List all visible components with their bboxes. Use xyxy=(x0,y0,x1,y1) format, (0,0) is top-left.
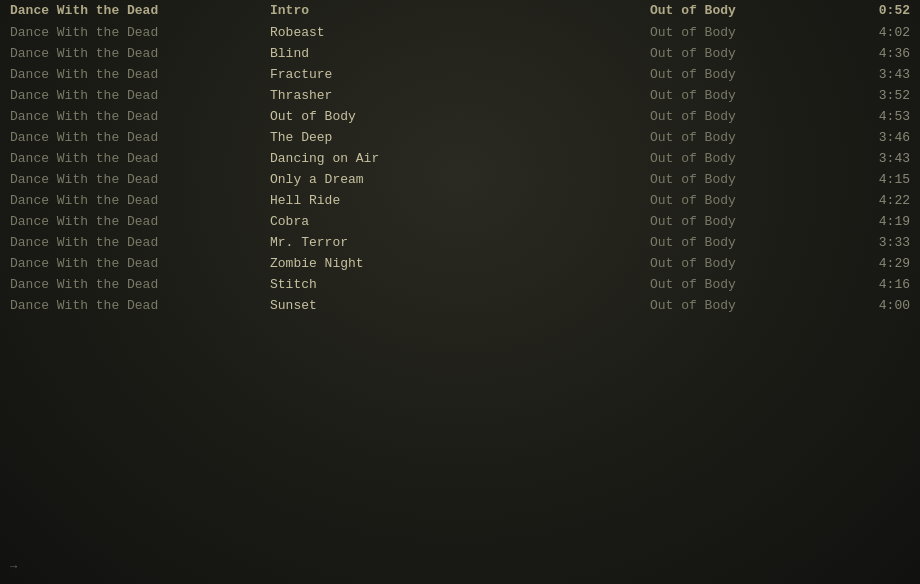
track-artist: Dance With the Dead xyxy=(10,235,210,250)
track-title: Fracture xyxy=(210,67,630,82)
table-row[interactable]: Dance With the DeadOnly a DreamOut of Bo… xyxy=(0,169,920,190)
table-row[interactable]: Dance With the DeadHell RideOut of Body4… xyxy=(0,190,920,211)
track-album: Out of Body xyxy=(630,298,850,313)
table-row[interactable]: Dance With the DeadMr. TerrorOut of Body… xyxy=(0,232,920,253)
track-album: Out of Body xyxy=(630,151,850,166)
track-album: Out of Body xyxy=(630,109,850,124)
track-title: Mr. Terror xyxy=(210,235,630,250)
track-artist: Dance With the Dead xyxy=(10,151,210,166)
table-row[interactable]: Dance With the DeadThrasherOut of Body3:… xyxy=(0,85,920,106)
track-title: Stitch xyxy=(210,277,630,292)
track-artist: Dance With the Dead xyxy=(10,25,210,40)
track-title: Hell Ride xyxy=(210,193,630,208)
track-artist: Dance With the Dead xyxy=(10,172,210,187)
track-album: Out of Body xyxy=(630,256,850,271)
track-album: Out of Body xyxy=(630,46,850,61)
track-artist: Dance With the Dead xyxy=(10,277,210,292)
track-album: Out of Body xyxy=(630,277,850,292)
table-row[interactable]: Dance With the DeadStitchOut of Body4:16 xyxy=(0,274,920,295)
track-album: Out of Body xyxy=(630,214,850,229)
track-title: Robeast xyxy=(210,25,630,40)
track-list: Dance With the Dead Intro Out of Body 0:… xyxy=(0,0,920,316)
track-list-header: Dance With the Dead Intro Out of Body 0:… xyxy=(0,0,920,22)
track-title: Blind xyxy=(210,46,630,61)
bottom-arrow: → xyxy=(10,560,17,574)
track-artist: Dance With the Dead xyxy=(10,298,210,313)
track-album: Out of Body xyxy=(630,67,850,82)
track-duration: 4:53 xyxy=(850,109,910,124)
track-duration: 4:22 xyxy=(850,193,910,208)
header-duration: 0:52 xyxy=(850,3,910,18)
track-duration: 3:43 xyxy=(850,151,910,166)
track-title: Thrasher xyxy=(210,88,630,103)
track-artist: Dance With the Dead xyxy=(10,193,210,208)
track-duration: 4:29 xyxy=(850,256,910,271)
track-album: Out of Body xyxy=(630,130,850,145)
track-artist: Dance With the Dead xyxy=(10,67,210,82)
table-row[interactable]: Dance With the DeadCobraOut of Body4:19 xyxy=(0,211,920,232)
track-duration: 4:15 xyxy=(850,172,910,187)
header-album: Out of Body xyxy=(630,3,850,18)
track-title: Dancing on Air xyxy=(210,151,630,166)
track-album: Out of Body xyxy=(630,235,850,250)
track-title: The Deep xyxy=(210,130,630,145)
table-row[interactable]: Dance With the DeadBlindOut of Body4:36 xyxy=(0,43,920,64)
track-title: Only a Dream xyxy=(210,172,630,187)
track-album: Out of Body xyxy=(630,172,850,187)
track-album: Out of Body xyxy=(630,25,850,40)
track-album: Out of Body xyxy=(630,88,850,103)
track-album: Out of Body xyxy=(630,193,850,208)
track-duration: 4:02 xyxy=(850,25,910,40)
table-row[interactable]: Dance With the DeadZombie NightOut of Bo… xyxy=(0,253,920,274)
table-row[interactable]: Dance With the DeadSunsetOut of Body4:00 xyxy=(0,295,920,316)
track-artist: Dance With the Dead xyxy=(10,88,210,103)
table-row[interactable]: Dance With the DeadRobeastOut of Body4:0… xyxy=(0,22,920,43)
track-duration: 4:00 xyxy=(850,298,910,313)
track-duration: 3:33 xyxy=(850,235,910,250)
track-duration: 3:43 xyxy=(850,67,910,82)
track-title: Out of Body xyxy=(210,109,630,124)
table-row[interactable]: Dance With the DeadOut of BodyOut of Bod… xyxy=(0,106,920,127)
header-title: Intro xyxy=(210,3,630,18)
track-duration: 4:16 xyxy=(850,277,910,292)
table-row[interactable]: Dance With the DeadFractureOut of Body3:… xyxy=(0,64,920,85)
track-title: Sunset xyxy=(210,298,630,313)
table-row[interactable]: Dance With the DeadThe DeepOut of Body3:… xyxy=(0,127,920,148)
track-duration: 4:36 xyxy=(850,46,910,61)
track-artist: Dance With the Dead xyxy=(10,46,210,61)
track-artist: Dance With the Dead xyxy=(10,256,210,271)
track-duration: 3:52 xyxy=(850,88,910,103)
track-artist: Dance With the Dead xyxy=(10,109,210,124)
track-title: Cobra xyxy=(210,214,630,229)
track-duration: 3:46 xyxy=(850,130,910,145)
track-artist: Dance With the Dead xyxy=(10,130,210,145)
track-title: Zombie Night xyxy=(210,256,630,271)
track-artist: Dance With the Dead xyxy=(10,214,210,229)
header-artist: Dance With the Dead xyxy=(10,3,210,18)
track-duration: 4:19 xyxy=(850,214,910,229)
table-row[interactable]: Dance With the DeadDancing on AirOut of … xyxy=(0,148,920,169)
